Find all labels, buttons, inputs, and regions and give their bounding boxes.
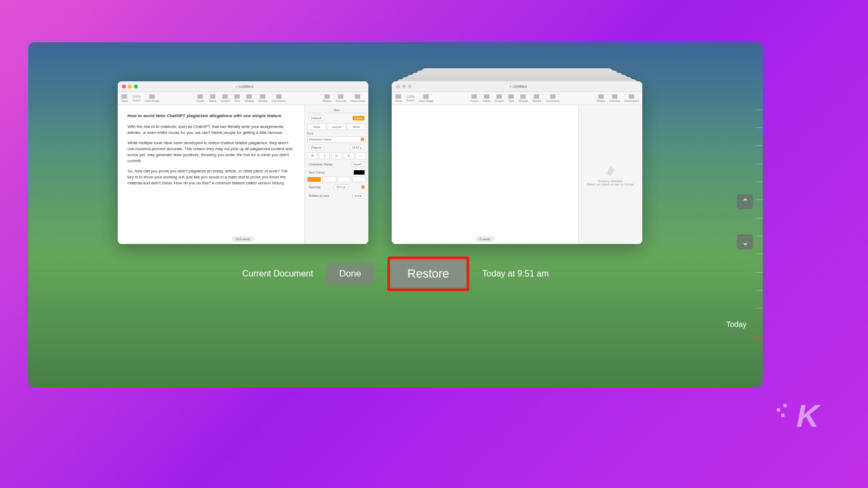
next-version-button[interactable]: ⌄ (737, 234, 753, 249)
add-page-button[interactable]: Add Page (145, 94, 159, 102)
tab-more[interactable]: More (347, 124, 366, 130)
document-heading: How to avoid false ChatGPT plagiarism al… (127, 113, 295, 119)
window-title: Untitled (138, 84, 351, 89)
view-button[interactable]: View (395, 94, 402, 102)
restore-button[interactable]: Restore (391, 260, 465, 287)
traffic-lights (396, 85, 412, 88)
view-button[interactable]: View (121, 94, 128, 102)
format-button[interactable]: Format (336, 94, 346, 102)
share-button[interactable]: Share (597, 94, 605, 102)
version-timeline[interactable]: Today (753, 97, 763, 355)
comment-button[interactable]: Comment (272, 94, 286, 102)
current-document-window: Untitled View 116%Zoom Add Page Insert T… (118, 81, 368, 244)
titlebar: Untitled (118, 81, 368, 92)
more-format-button[interactable]: ⋯ (355, 152, 366, 159)
zoom-control[interactable]: 116%Zoom (132, 95, 141, 102)
format-button[interactable]: Format (610, 94, 620, 102)
paragraph: So, how can you prove you didn't plagiar… (127, 168, 295, 187)
font-size[interactable]: 14.67 p (349, 145, 365, 150)
empty-state-subtitle: Select an object or text to format. (586, 183, 634, 186)
strike-button[interactable]: S (343, 152, 354, 159)
share-button[interactable]: Share (323, 94, 331, 102)
shape-button[interactable]: Shape (245, 94, 254, 102)
traffic-lights[interactable] (122, 85, 138, 88)
text-button[interactable]: Text (508, 94, 514, 102)
bold-button[interactable]: B (307, 152, 318, 159)
paragraph-style[interactable]: Default* (309, 115, 325, 121)
restore-button-highlight: Restore (387, 256, 469, 291)
update-style-button[interactable]: Update (353, 116, 365, 120)
media-button[interactable]: Media (532, 94, 541, 102)
graph-button[interactable]: Graph (495, 94, 504, 102)
format-brush-icon (604, 163, 617, 176)
tab-layout[interactable]: Layout (327, 124, 346, 130)
text-color-label: Text Colour (309, 171, 325, 174)
watermark-logo: K (796, 397, 819, 434)
align-center-button[interactable] (322, 177, 336, 182)
font-name[interactable]: Helvetica Neue (309, 138, 331, 141)
bullets-label: Bullets & Lists (309, 194, 329, 197)
underline-button[interactable]: U (331, 152, 342, 159)
document-page[interactable]: How to avoid false ChatGPT plagiarism al… (118, 105, 304, 244)
version-document-window: Untitled View 116%Zoom Add Page Insert T… (392, 81, 642, 244)
word-count: 0 words (475, 236, 494, 242)
comment-button[interactable]: Comment (546, 94, 560, 102)
paragraph: With the rise of AI chatbots, such as Ch… (127, 124, 295, 136)
chevron-up-icon: ⌃ (742, 197, 749, 207)
version-controls: Current Document Done Restore Today at 9… (28, 256, 763, 291)
format-sidebar: Text Default*Update StyleLayoutMore Font… (304, 105, 368, 244)
sidebar-tab-text[interactable]: Text (307, 107, 366, 113)
spacing-value[interactable]: 22.0 pt (334, 184, 348, 190)
font-label: Font (307, 132, 366, 135)
table-button[interactable]: Table (483, 94, 490, 102)
timeline-today-label: Today (726, 320, 746, 329)
bullets-value[interactable]: None (352, 193, 365, 198)
align-right-button[interactable] (337, 177, 352, 182)
align-justify-button[interactable] (352, 177, 366, 182)
timeline-current-marker (752, 337, 763, 338)
insert-button[interactable]: Insert (470, 94, 478, 102)
text-button[interactable]: Text (234, 94, 240, 102)
document-button[interactable]: Document (624, 94, 639, 102)
media-button[interactable]: Media (258, 94, 267, 102)
done-button[interactable]: Done (326, 263, 374, 285)
previous-version-button[interactable]: ⌃ (737, 194, 753, 209)
chevron-down-icon: ⌄ (742, 237, 749, 247)
word-count: 825 words (232, 236, 254, 242)
graph-button[interactable]: Graph (221, 94, 230, 102)
italic-button[interactable]: I (319, 152, 330, 159)
current-document-label: Current Document (242, 269, 313, 279)
window-title: Untitled (412, 84, 625, 89)
paragraph: While multiple tools have been developed… (127, 140, 295, 164)
insert-button[interactable]: Insert (196, 94, 205, 102)
table-button[interactable]: Table (209, 94, 216, 102)
zoom-control[interactable]: 116%Zoom (406, 95, 414, 102)
shape-button[interactable]: Shape (519, 94, 528, 102)
add-page-button[interactable]: Add Page (419, 94, 433, 102)
text-color-swatch[interactable] (354, 170, 365, 175)
toolbar: View 116%Zoom Add Page Insert Table Grap… (118, 92, 368, 105)
spacing-label: Spacing (309, 185, 321, 189)
align-left-button[interactable] (307, 177, 321, 182)
document-page[interactable]: 0 words (392, 105, 578, 244)
version-timestamp: Today at 9:51 am (482, 269, 549, 279)
titlebar: Untitled (392, 81, 642, 92)
document-button[interactable]: Document (350, 94, 365, 102)
font-weight[interactable]: Regular (309, 145, 324, 150)
toolbar: View 116%Zoom Add Page Insert Table Grap… (392, 92, 642, 105)
tab-style[interactable]: Style (307, 124, 327, 130)
format-sidebar: Nothing selected. Select an object or te… (578, 105, 642, 244)
char-styles-label: Character Styles (309, 163, 333, 166)
char-styles-value[interactable]: None* (351, 162, 365, 167)
